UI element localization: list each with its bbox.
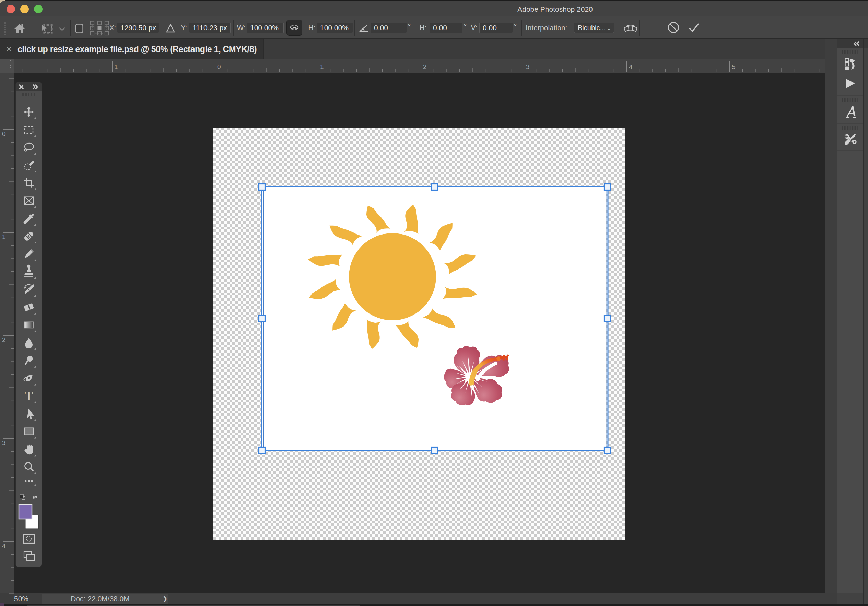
svg-text:3: 3	[526, 63, 530, 70]
svg-text:1: 1	[320, 63, 324, 70]
svg-text:2: 2	[2, 336, 6, 343]
svg-text:0: 0	[2, 130, 6, 137]
svg-text:2: 2	[423, 63, 427, 70]
svg-text:1: 1	[114, 63, 118, 70]
svg-text:4: 4	[2, 542, 6, 549]
svg-text:5: 5	[732, 63, 736, 70]
svg-text:T: T	[25, 388, 33, 403]
svg-text:1: 1	[2, 233, 6, 240]
svg-text:3: 3	[2, 439, 6, 446]
svg-text:0: 0	[217, 63, 221, 70]
svg-text:4: 4	[629, 63, 632, 70]
